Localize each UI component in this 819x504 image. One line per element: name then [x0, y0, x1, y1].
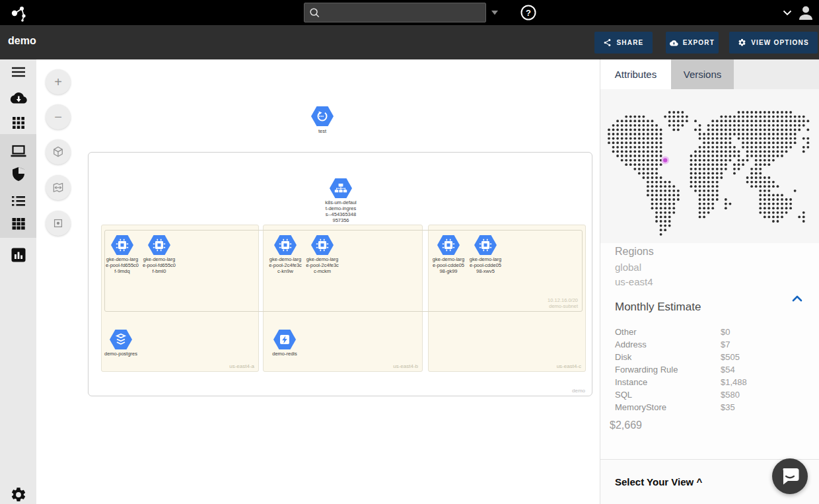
estimate-row-value: $1,488 [721, 377, 747, 387]
node-gke-b2[interactable] [311, 235, 334, 255]
node-label-gke-a2: gke-demo-larg e-pool-fd655c0 f-bml0 [125, 256, 194, 274]
estimate-row-value: $35 [721, 402, 735, 412]
world-map-section [600, 89, 819, 243]
regions-heading: Regions [615, 246, 654, 258]
node-k8s-ingress-forwarding-rule[interactable] [330, 178, 352, 198]
details-panel: Attributes Versions Regions global us-ea… [600, 59, 819, 504]
estimate-row-value: $505 [721, 352, 740, 362]
estimate-row: Other $0 [615, 327, 805, 339]
zone-label: us-east4-c [557, 363, 581, 369]
panel-tab-bar: Attributes Versions [600, 59, 819, 89]
estimate-row-value: $580 [721, 390, 740, 400]
environment-boundary-label: demo [572, 388, 585, 394]
share-button[interactable]: SHARE [594, 32, 653, 54]
security-shield-icon[interactable] [10, 166, 27, 183]
center-view-button[interactable] [46, 211, 71, 236]
region-marker [663, 158, 667, 162]
center-target-icon [52, 217, 65, 230]
estimate-row-label: Forwarding Rule [615, 365, 678, 375]
account-chevron-down-icon[interactable] [783, 10, 792, 16]
region-item-us-east4: us-east4 [615, 276, 653, 287]
view-options-button[interactable]: VIEW OPTIONS [729, 32, 818, 54]
search-icon [308, 7, 320, 18]
chat-launcher-button[interactable] [772, 458, 808, 494]
estimate-row: Address $7 [615, 340, 805, 351]
estimate-row: Disk $505 [615, 352, 805, 364]
environment-header: demo SHARE EXPORT VIEW OPTIONS [0, 25, 819, 59]
search-box [304, 3, 486, 22]
menu-icon[interactable] [10, 63, 27, 81]
node-label-k8s-ingress: k8s-um-defaul t-demo-ingres s--454365348… [306, 199, 375, 223]
search-input[interactable] [324, 7, 481, 18]
app-window: ? demo SHARE EXPORT [0, 0, 819, 504]
select-your-view-toggle[interactable]: Select Your View ^ [615, 476, 702, 487]
estimate-row-label: Address [615, 340, 647, 349]
help-icon[interactable]: ? [520, 4, 537, 21]
svg-text:?: ? [526, 8, 531, 18]
estimate-row: Forwarding Rule $54 [615, 365, 805, 377]
tab-versions[interactable]: Versions [671, 59, 734, 89]
node-gke-a2[interactable] [148, 235, 170, 255]
world-dot-map [606, 109, 817, 240]
estimate-row-label: MemoryStore [615, 402, 666, 412]
hava-logo-icon[interactable] [5, 1, 32, 24]
list-icon[interactable] [10, 192, 27, 209]
estimate-total: $2,669 [610, 419, 642, 431]
node-label-demo-redis: demo-redis [250, 351, 319, 357]
zoom-in-button[interactable]: + [46, 69, 71, 94]
table-grid-icon[interactable] [10, 215, 27, 233]
export-button-label: EXPORT [683, 39, 715, 46]
estimate-row-value: $7 [721, 340, 730, 349]
node-gke-c2[interactable] [474, 235, 497, 255]
zone-label: us-east4-b [393, 363, 418, 369]
diagram-canvas[interactable]: + − d [36, 59, 600, 504]
node-label-gke-c2: gke-demo-larg e-pool-cdde05 98-xwv5 [451, 256, 520, 274]
cube-3d-icon [52, 145, 65, 159]
estimate-row-label: Other [615, 327, 637, 337]
monthly-estimate-heading: Monthly Estimate [615, 301, 701, 314]
cloud-export-icon [670, 39, 678, 47]
3d-view-button[interactable] [46, 139, 71, 164]
node-demo-redis[interactable] [273, 330, 296, 349]
top-bar: ? [0, 0, 819, 25]
collapse-chevron-up-icon[interactable] [792, 295, 802, 303]
settings-gear-icon[interactable] [10, 486, 27, 503]
node-gke-b1[interactable] [274, 235, 297, 255]
chat-bubble-icon [772, 458, 808, 494]
node-gke-c1[interactable] [437, 235, 460, 255]
share-icon [603, 38, 612, 47]
left-nav-rail [0, 59, 36, 504]
cloud-download-icon[interactable] [10, 89, 27, 106]
estimate-row-value: $54 [721, 365, 735, 375]
estimate-row-label: Disk [615, 352, 631, 362]
share-button-label: SHARE [616, 39, 643, 46]
zone-label: us-east4-a [229, 363, 254, 369]
page-title: demo [8, 35, 36, 47]
user-avatar-icon[interactable] [797, 4, 815, 21]
export-button[interactable]: EXPORT [666, 32, 719, 54]
apps-grid-icon[interactable] [10, 114, 27, 131]
node-demo-postgres[interactable] [110, 330, 132, 349]
zoom-out-button[interactable]: − [46, 104, 71, 129]
node-label-gke-b2: gke-demo-larg e-pool-2c4fe3c c-mckm [288, 256, 357, 274]
gear-icon [738, 38, 746, 47]
node-label-test: test [288, 128, 357, 134]
estimate-row-label: SQL [615, 390, 632, 400]
estimate-row-value: $0 [721, 327, 730, 337]
fit-width-map-icon [52, 181, 65, 194]
subnet-label: 10.12.16.0/20demo-subnet [548, 297, 578, 309]
environments-laptop-icon[interactable] [10, 143, 27, 160]
region-item-global: global [615, 262, 641, 273]
estimate-row-label: Instance [615, 377, 647, 387]
search-scope-dropdown-icon[interactable] [491, 11, 498, 15]
estimate-row: MemoryStore $35 [615, 402, 805, 414]
estimate-row: SQL $580 [615, 390, 805, 402]
node-gke-a1[interactable] [111, 235, 133, 255]
node-label-demo-postgres: demo-postgres [87, 351, 155, 357]
node-test-dns[interactable] [311, 106, 334, 126]
bar-chart-icon[interactable] [10, 246, 27, 264]
tab-attributes[interactable]: Attributes [600, 59, 671, 89]
estimate-row: Instance $1,488 [615, 377, 805, 389]
fit-view-button[interactable] [46, 175, 71, 200]
view-options-button-label: VIEW OPTIONS [751, 39, 809, 46]
